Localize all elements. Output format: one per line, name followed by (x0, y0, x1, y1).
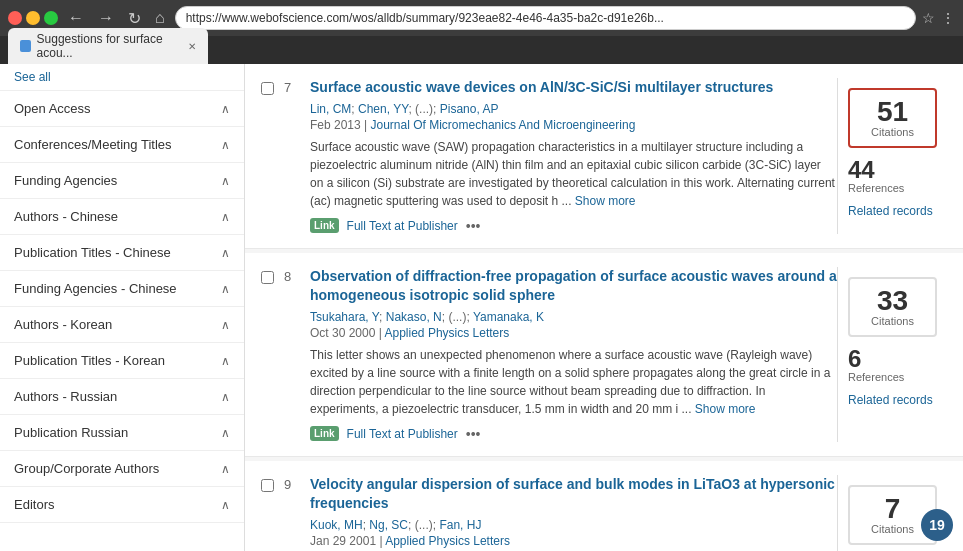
sidebar-item-label: Publication Titles - Korean (14, 353, 165, 368)
result-author-link[interactable]: Yamanaka, K (473, 310, 544, 324)
citations-box-8[interactable]: 33 Citations (848, 277, 937, 337)
sidebar-item-authors-russian[interactable]: Authors - Russian ∧ (0, 379, 244, 415)
result-number-7: 7 (284, 80, 300, 95)
refresh-button[interactable]: ↻ (124, 7, 145, 30)
maximize-window-button[interactable] (44, 11, 58, 25)
sidebar-item-conferences[interactable]: Conferences/Meeting Titles ∧ (0, 127, 244, 163)
active-tab[interactable]: Suggestions for surface acou... ✕ (8, 28, 208, 64)
chevron-up-icon: ∧ (221, 210, 230, 224)
references-label-8: References (848, 371, 937, 383)
result-date-journal-9: Jan 29 2001 | Applied Physics Letters (310, 534, 837, 548)
sidebar-item-publication-russian[interactable]: Publication Russian ∧ (0, 415, 244, 451)
sidebar-item-authors-korean[interactable]: Authors - Korean ∧ (0, 307, 244, 343)
result-card-inner-9: Velocity angular dispersion of surface a… (310, 475, 947, 551)
result-body-9: Velocity angular dispersion of surface a… (310, 475, 837, 551)
chevron-up-icon: ∧ (221, 282, 230, 296)
chevron-up-icon: ∧ (221, 174, 230, 188)
result-author-link[interactable]: Kuok, MH (310, 518, 363, 532)
sidebar-item-group-corporate[interactable]: Group/Corporate Authors ∧ (0, 451, 244, 487)
chevron-up-icon: ∧ (221, 246, 230, 260)
result-abstract-8: This letter shows an unexpected phenomen… (310, 346, 837, 418)
result-date: Oct 30 2000 (310, 326, 375, 340)
citations-count-7: 51 (858, 98, 927, 126)
sidebar-item-editors[interactable]: Editors ∧ (0, 487, 244, 523)
result-date: Feb 2013 (310, 118, 361, 132)
tab-favicon (20, 40, 31, 52)
result-checkbox-9[interactable] (261, 479, 274, 492)
result-author-link[interactable]: Pisano, AP (440, 102, 499, 116)
chevron-up-icon: ∧ (221, 354, 230, 368)
sidebar-item-label: Authors - Chinese (14, 209, 118, 224)
window-controls (8, 11, 58, 25)
result-title-8[interactable]: Observation of diffraction-free propagat… (310, 267, 837, 306)
menu-icon[interactable]: ⋮ (941, 10, 955, 26)
result-links-8: Link Full Text at Publisher ••• (310, 426, 837, 442)
bookmark-icon[interactable]: ☆ (922, 10, 935, 26)
result-card-inner-8: Observation of diffraction-free propagat… (310, 267, 947, 442)
result-links-7: Link Full Text at Publisher ••• (310, 218, 837, 234)
result-author-ellipsis: (...); (415, 518, 436, 532)
sidebar-item-funding-agencies-chinese[interactable]: Funding Agencies - Chinese ∧ (0, 271, 244, 307)
related-records-link-8[interactable]: Related records (848, 393, 937, 407)
browser-toolbar: ☆ ⋮ (922, 10, 955, 26)
related-records-link-7[interactable]: Related records (848, 204, 937, 218)
chevron-up-icon: ∧ (221, 102, 230, 116)
full-text-publisher-link-8[interactable]: Full Text at Publisher (347, 427, 458, 441)
tab-bar: Suggestions for surface acou... ✕ (0, 36, 963, 64)
result-author-link[interactable]: Lin, CM (310, 102, 351, 116)
result-journal-link-9[interactable]: Applied Physics Letters (385, 534, 510, 548)
chevron-up-icon: ∧ (221, 318, 230, 332)
result-checkbox-8[interactable] (261, 271, 274, 284)
chevron-up-icon: ∧ (221, 390, 230, 404)
tab-title: Suggestions for surface acou... (37, 32, 182, 60)
minimize-window-button[interactable] (26, 11, 40, 25)
tab-close-button[interactable]: ✕ (188, 41, 196, 52)
sidebar-see-all[interactable]: See all (0, 64, 244, 91)
sidebar-item-funding-agencies[interactable]: Funding Agencies ∧ (0, 163, 244, 199)
url-text: https://www.webofscience.com/wos/alldb/s… (186, 11, 664, 25)
sidebar-item-label: Authors - Korean (14, 317, 112, 332)
show-more-7[interactable]: Show more (575, 194, 636, 208)
sidebar-item-label: Funding Agencies - Chinese (14, 281, 177, 296)
results-area: 7 Surface acoustic wave devices on AlN/3… (245, 64, 963, 551)
result-author-link[interactable]: Chen, YY (358, 102, 408, 116)
url-bar[interactable]: https://www.webofscience.com/wos/alldb/s… (175, 6, 916, 30)
result-author-link[interactable]: Ng, SC (369, 518, 408, 532)
more-options-7[interactable]: ••• (466, 218, 481, 234)
result-author-link[interactable]: Tsukahara, Y (310, 310, 379, 324)
result-journal-link-8[interactable]: Applied Physics Letters (385, 326, 510, 340)
sidebar-item-label: Publication Russian (14, 425, 128, 440)
sidebar-item-publication-titles-korean[interactable]: Publication Titles - Korean ∧ (0, 343, 244, 379)
references-count-7: 44 (848, 158, 937, 182)
close-window-button[interactable] (8, 11, 22, 25)
back-button[interactable]: ← (64, 7, 88, 29)
result-checkbox-7[interactable] (261, 82, 274, 95)
forward-button[interactable]: → (94, 7, 118, 29)
home-button[interactable]: ⌂ (151, 7, 169, 29)
sidebar-item-open-access[interactable]: Open Access ∧ (0, 91, 244, 127)
result-title-7[interactable]: Surface acoustic wave devices on AlN/3C-… (310, 78, 837, 98)
result-card-7: 7 Surface acoustic wave devices on AlN/3… (245, 64, 963, 249)
result-author-link[interactable]: Fan, HJ (439, 518, 481, 532)
show-more-8[interactable]: Show more (695, 402, 756, 416)
citations-label-9: Citations (858, 523, 927, 535)
result-title-9[interactable]: Velocity angular dispersion of surface a… (310, 475, 837, 514)
sidebar-item-label: Conferences/Meeting Titles (14, 137, 172, 152)
link-to-fulltext-icon-7: Link (310, 218, 339, 233)
references-section-8: 6 References (848, 347, 937, 383)
sidebar-item-authors-chinese[interactable]: Authors - Chinese ∧ (0, 199, 244, 235)
sidebar-item-label: Publication Titles - Chinese (14, 245, 171, 260)
more-options-8[interactable]: ••• (466, 426, 481, 442)
result-journal-link-7[interactable]: Journal Of Micromechanics And Microengin… (371, 118, 636, 132)
chevron-up-icon: ∧ (221, 498, 230, 512)
result-number-8: 8 (284, 269, 300, 284)
references-label-7: References (848, 182, 937, 194)
citations-count-9: 7 (858, 495, 927, 523)
sidebar-item-publication-titles-chinese[interactable]: Publication Titles - Chinese ∧ (0, 235, 244, 271)
full-text-publisher-link-7[interactable]: Full Text at Publisher (347, 219, 458, 233)
citations-panel-8: 33 Citations 6 References Related record… (837, 267, 947, 442)
references-section-7: 44 References (848, 158, 937, 194)
citations-box-7[interactable]: 51 Citations (848, 88, 937, 148)
result-date: Jan 29 2001 (310, 534, 376, 548)
result-author-link[interactable]: Nakaso, N (386, 310, 442, 324)
